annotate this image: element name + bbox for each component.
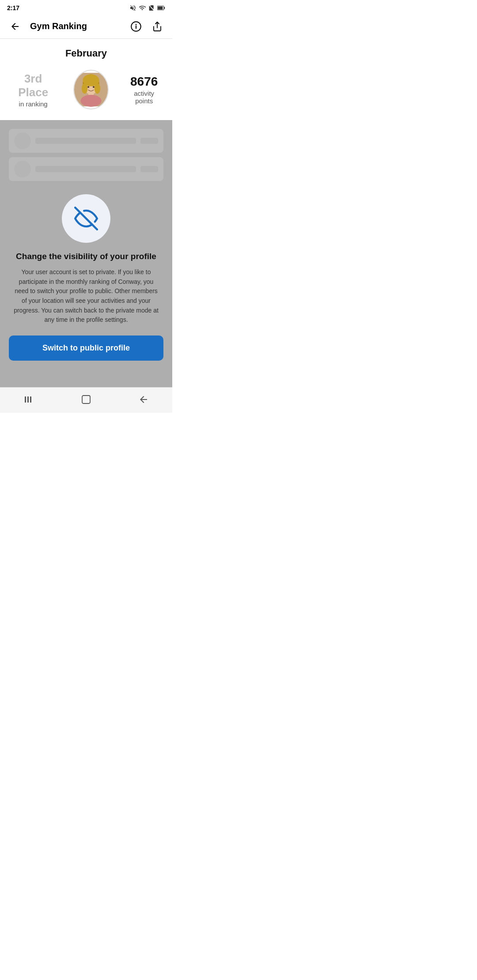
ranking-place: 3rd Place [11, 72, 56, 99]
bg-avatar-2 [14, 161, 31, 177]
ranking-section: 3rd Place in ranking 8676 [0, 63, 172, 120]
wifi-icon [139, 4, 146, 11]
ranking-points-label: activity points [126, 90, 162, 105]
page-title: Gym Ranking [30, 21, 87, 31]
svg-rect-2 [158, 7, 163, 10]
bg-num-2 [140, 166, 158, 172]
nav-home-button[interactable] [81, 394, 91, 405]
bg-text-1 [35, 138, 136, 144]
bg-text-2 [35, 166, 136, 172]
back-button[interactable] [7, 19, 23, 34]
top-bar-right [128, 19, 165, 34]
share-button[interactable] [149, 19, 165, 34]
visibility-title: Change the visibility of your profile [16, 252, 156, 261]
nav-bar [0, 387, 172, 413]
info-button[interactable] [128, 19, 144, 34]
bg-row-2 [9, 157, 163, 181]
top-bar: Gym Ranking [0, 14, 172, 39]
month-header: February [0, 39, 172, 63]
bg-row-1 [9, 129, 163, 153]
switch-to-public-button[interactable]: Switch to public profile [9, 335, 163, 361]
svg-point-11 [82, 83, 88, 94]
nav-menu-button[interactable] [23, 394, 34, 405]
status-time: 2:17 [7, 4, 19, 11]
ranking-points-block: 8676 activity points [126, 75, 162, 105]
battery-icon [157, 5, 165, 11]
svg-rect-18 [25, 396, 26, 403]
nav-back-button[interactable] [138, 394, 149, 405]
svg-point-15 [87, 86, 89, 88]
visibility-description: Your user account is set to private. If … [9, 268, 163, 325]
overlay-section: Change the visibility of your profile Yo… [0, 120, 172, 387]
svg-point-14 [81, 95, 102, 107]
svg-rect-1 [164, 7, 165, 9]
svg-point-16 [93, 86, 95, 88]
eye-hidden-icon-circle [62, 194, 110, 243]
user-avatar [73, 70, 109, 109]
ranking-place-label: in ranking [11, 100, 56, 108]
bg-num-1 [140, 138, 158, 144]
svg-rect-21 [82, 396, 90, 403]
status-bar: 2:17 [0, 0, 172, 14]
svg-rect-19 [27, 396, 29, 403]
muted-icon [129, 4, 136, 11]
no-sim-icon [148, 4, 155, 11]
bg-avatar-1 [14, 132, 31, 149]
top-bar-left: Gym Ranking [7, 19, 87, 34]
status-icons [129, 4, 165, 11]
visibility-card: Change the visibility of your profile Yo… [9, 194, 163, 361]
svg-rect-20 [30, 396, 31, 403]
eye-hidden-icon [74, 207, 98, 230]
ranking-points: 8676 [126, 75, 162, 89]
svg-point-12 [95, 83, 101, 94]
ranking-place-block: 3rd Place in ranking [11, 72, 56, 108]
